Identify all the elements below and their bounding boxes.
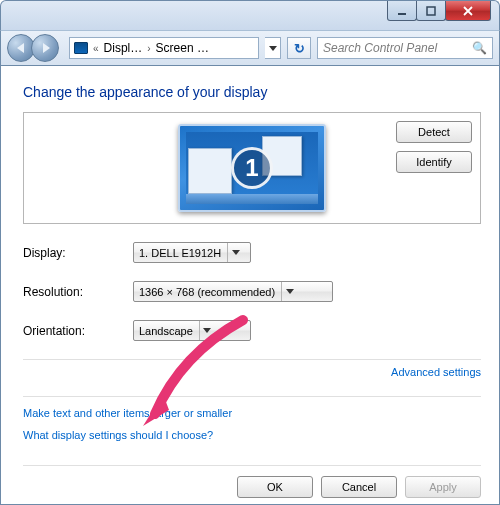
nav-arrow-group	[7, 34, 63, 62]
window-titlebar	[0, 0, 500, 30]
refresh-icon: ↻	[294, 41, 305, 56]
display-combo[interactable]: 1. DELL E1912H	[133, 242, 251, 263]
text-size-link[interactable]: Make text and other items larger or smal…	[23, 407, 481, 419]
page-title: Change the appearance of your display	[23, 84, 481, 100]
orientation-combo[interactable]: Landscape	[133, 320, 251, 341]
control-panel-icon	[74, 42, 88, 54]
chevron-down-icon	[269, 46, 277, 51]
divider	[23, 396, 481, 397]
orientation-label: Orientation:	[23, 324, 133, 338]
display-combo-value: 1. DELL E1912H	[139, 247, 221, 259]
display-preview-box: 1 Detect Identify	[23, 112, 481, 224]
orientation-combo-dropdown[interactable]	[199, 321, 215, 340]
svg-rect-1	[427, 7, 435, 15]
address-bar[interactable]: « Displ… › Screen …	[69, 37, 259, 59]
cancel-button[interactable]: Cancel	[321, 476, 397, 498]
forward-icon	[43, 43, 50, 53]
chevron-right-icon: ›	[146, 43, 151, 54]
search-placeholder: Search Control Panel	[323, 41, 437, 55]
forward-button[interactable]	[31, 34, 59, 62]
close-icon	[462, 6, 474, 16]
resolution-label: Resolution:	[23, 285, 133, 299]
chevron-down-icon	[232, 250, 240, 255]
minimize-button[interactable]	[387, 1, 417, 21]
client-area: Change the appearance of your display 1 …	[0, 66, 500, 505]
resolution-combo-value: 1366 × 768 (recommended)	[139, 286, 275, 298]
resolution-combo[interactable]: 1366 × 768 (recommended)	[133, 281, 333, 302]
identify-button[interactable]: Identify	[396, 151, 472, 173]
display-label: Display:	[23, 246, 133, 260]
chevron-down-icon	[203, 328, 211, 333]
search-input[interactable]: Search Control Panel 🔍	[317, 37, 493, 59]
minimize-icon	[397, 6, 407, 16]
navigation-bar: « Displ… › Screen … ↻ Search Control Pan…	[0, 30, 500, 66]
monitor-thumbnail[interactable]: 1	[178, 124, 326, 212]
monitor-number-badge: 1	[231, 147, 273, 189]
address-dropdown[interactable]	[265, 37, 281, 59]
detect-button[interactable]: Detect	[396, 121, 472, 143]
back-icon	[17, 43, 24, 53]
svg-rect-0	[398, 13, 406, 15]
orientation-combo-value: Landscape	[139, 325, 193, 337]
maximize-icon	[426, 6, 436, 16]
chevron-down-icon	[286, 289, 294, 294]
search-icon: 🔍	[472, 41, 487, 55]
help-link[interactable]: What display settings should I choose?	[23, 429, 481, 441]
advanced-settings-link[interactable]: Advanced settings	[23, 366, 481, 378]
apply-button: Apply	[405, 476, 481, 498]
dialog-button-row: OK Cancel Apply	[23, 465, 481, 498]
ok-button[interactable]: OK	[237, 476, 313, 498]
breadcrumb-parent[interactable]: Displ…	[104, 41, 143, 55]
breadcrumb-current: Screen …	[156, 41, 209, 55]
refresh-button[interactable]: ↻	[287, 37, 311, 59]
display-combo-dropdown[interactable]	[227, 243, 243, 262]
breadcrumb-sep: «	[92, 43, 100, 54]
close-button[interactable]	[445, 1, 491, 21]
divider	[23, 359, 481, 360]
maximize-button[interactable]	[416, 1, 446, 21]
resolution-combo-dropdown[interactable]	[281, 282, 297, 301]
